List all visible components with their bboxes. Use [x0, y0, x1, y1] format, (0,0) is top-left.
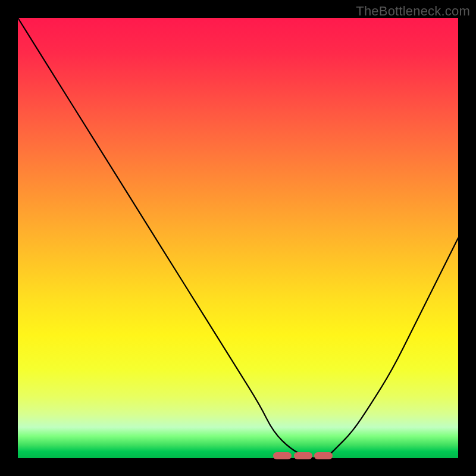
chart-container: TheBottleneck.com [0, 0, 476, 476]
plot-area [18, 18, 458, 458]
optimal-range-marker-right [314, 452, 333, 459]
optimal-range-marker-left [273, 452, 292, 459]
bottleneck-curve [18, 18, 458, 458]
optimal-range-marker-mid [294, 452, 312, 459]
watermark-text: TheBottleneck.com [356, 4, 470, 19]
